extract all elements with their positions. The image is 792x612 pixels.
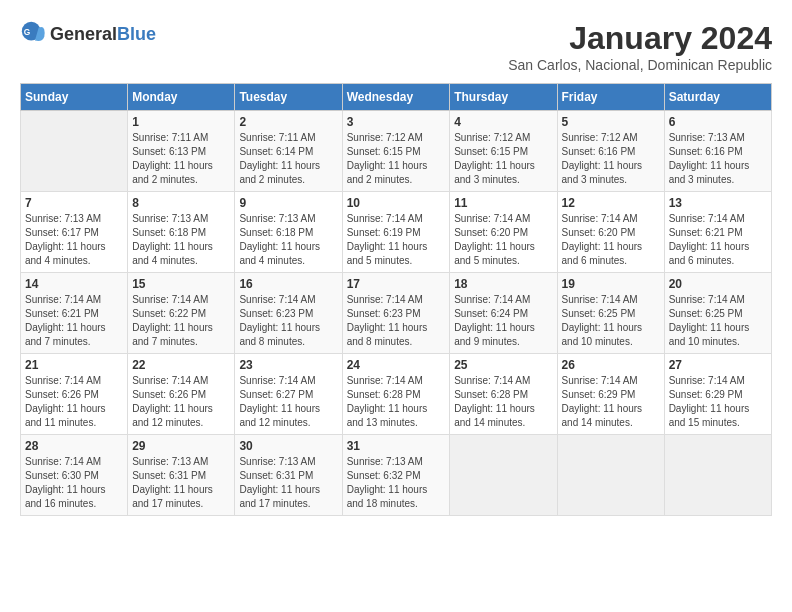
day-info: Sunrise: 7:14 AMSunset: 6:28 PMDaylight:… <box>347 374 446 430</box>
day-number: 28 <box>25 439 123 453</box>
day-number: 14 <box>25 277 123 291</box>
calendar-cell <box>557 435 664 516</box>
calendar-week-1: 1 Sunrise: 7:11 AMSunset: 6:13 PMDayligh… <box>21 111 772 192</box>
page-header: G GeneralBlue January 2024 San Carlos, N… <box>20 20 772 73</box>
calendar-cell: 11 Sunrise: 7:14 AMSunset: 6:20 PMDaylig… <box>450 192 557 273</box>
calendar-cell: 23 Sunrise: 7:14 AMSunset: 6:27 PMDaylig… <box>235 354 342 435</box>
day-number: 6 <box>669 115 767 129</box>
calendar-cell: 4 Sunrise: 7:12 AMSunset: 6:15 PMDayligh… <box>450 111 557 192</box>
day-number: 10 <box>347 196 446 210</box>
day-number: 3 <box>347 115 446 129</box>
col-tuesday: Tuesday <box>235 84 342 111</box>
day-info: Sunrise: 7:14 AMSunset: 6:22 PMDaylight:… <box>132 293 230 349</box>
day-info: Sunrise: 7:14 AMSunset: 6:26 PMDaylight:… <box>25 374 123 430</box>
calendar-cell: 2 Sunrise: 7:11 AMSunset: 6:14 PMDayligh… <box>235 111 342 192</box>
calendar-cell: 14 Sunrise: 7:14 AMSunset: 6:21 PMDaylig… <box>21 273 128 354</box>
calendar-table: Sunday Monday Tuesday Wednesday Thursday… <box>20 83 772 516</box>
day-info: Sunrise: 7:13 AMSunset: 6:17 PMDaylight:… <box>25 212 123 268</box>
day-number: 4 <box>454 115 552 129</box>
calendar-week-2: 7 Sunrise: 7:13 AMSunset: 6:17 PMDayligh… <box>21 192 772 273</box>
calendar-cell: 17 Sunrise: 7:14 AMSunset: 6:23 PMDaylig… <box>342 273 450 354</box>
col-sunday: Sunday <box>21 84 128 111</box>
calendar-cell: 27 Sunrise: 7:14 AMSunset: 6:29 PMDaylig… <box>664 354 771 435</box>
day-number: 23 <box>239 358 337 372</box>
calendar-cell: 31 Sunrise: 7:13 AMSunset: 6:32 PMDaylig… <box>342 435 450 516</box>
logo-blue: Blue <box>117 24 156 45</box>
day-number: 26 <box>562 358 660 372</box>
day-info: Sunrise: 7:13 AMSunset: 6:31 PMDaylight:… <box>132 455 230 511</box>
calendar-cell: 10 Sunrise: 7:14 AMSunset: 6:19 PMDaylig… <box>342 192 450 273</box>
day-info: Sunrise: 7:13 AMSunset: 6:31 PMDaylight:… <box>239 455 337 511</box>
calendar-cell: 7 Sunrise: 7:13 AMSunset: 6:17 PMDayligh… <box>21 192 128 273</box>
day-number: 5 <box>562 115 660 129</box>
calendar-cell <box>664 435 771 516</box>
calendar-cell: 5 Sunrise: 7:12 AMSunset: 6:16 PMDayligh… <box>557 111 664 192</box>
calendar-cell: 15 Sunrise: 7:14 AMSunset: 6:22 PMDaylig… <box>128 273 235 354</box>
day-info: Sunrise: 7:14 AMSunset: 6:25 PMDaylight:… <box>669 293 767 349</box>
day-info: Sunrise: 7:14 AMSunset: 6:19 PMDaylight:… <box>347 212 446 268</box>
logo-general: General <box>50 24 117 45</box>
col-friday: Friday <box>557 84 664 111</box>
calendar-week-5: 28 Sunrise: 7:14 AMSunset: 6:30 PMDaylig… <box>21 435 772 516</box>
calendar-cell: 19 Sunrise: 7:14 AMSunset: 6:25 PMDaylig… <box>557 273 664 354</box>
location: San Carlos, Nacional, Dominican Republic <box>508 57 772 73</box>
header-row: Sunday Monday Tuesday Wednesday Thursday… <box>21 84 772 111</box>
col-thursday: Thursday <box>450 84 557 111</box>
calendar-cell: 1 Sunrise: 7:11 AMSunset: 6:13 PMDayligh… <box>128 111 235 192</box>
calendar-cell: 30 Sunrise: 7:13 AMSunset: 6:31 PMDaylig… <box>235 435 342 516</box>
logo: G GeneralBlue <box>20 20 156 48</box>
calendar-cell <box>21 111 128 192</box>
day-info: Sunrise: 7:14 AMSunset: 6:25 PMDaylight:… <box>562 293 660 349</box>
day-number: 20 <box>669 277 767 291</box>
day-info: Sunrise: 7:14 AMSunset: 6:23 PMDaylight:… <box>347 293 446 349</box>
col-wednesday: Wednesday <box>342 84 450 111</box>
day-info: Sunrise: 7:14 AMSunset: 6:20 PMDaylight:… <box>454 212 552 268</box>
day-number: 2 <box>239 115 337 129</box>
month-title: January 2024 <box>508 20 772 57</box>
day-number: 12 <box>562 196 660 210</box>
day-number: 21 <box>25 358 123 372</box>
day-number: 17 <box>347 277 446 291</box>
day-number: 19 <box>562 277 660 291</box>
day-number: 15 <box>132 277 230 291</box>
calendar-cell: 8 Sunrise: 7:13 AMSunset: 6:18 PMDayligh… <box>128 192 235 273</box>
day-info: Sunrise: 7:14 AMSunset: 6:29 PMDaylight:… <box>562 374 660 430</box>
day-info: Sunrise: 7:14 AMSunset: 6:27 PMDaylight:… <box>239 374 337 430</box>
calendar-week-3: 14 Sunrise: 7:14 AMSunset: 6:21 PMDaylig… <box>21 273 772 354</box>
day-number: 7 <box>25 196 123 210</box>
day-info: Sunrise: 7:14 AMSunset: 6:23 PMDaylight:… <box>239 293 337 349</box>
calendar-cell: 24 Sunrise: 7:14 AMSunset: 6:28 PMDaylig… <box>342 354 450 435</box>
calendar-cell: 29 Sunrise: 7:13 AMSunset: 6:31 PMDaylig… <box>128 435 235 516</box>
calendar-header: Sunday Monday Tuesday Wednesday Thursday… <box>21 84 772 111</box>
day-number: 29 <box>132 439 230 453</box>
day-info: Sunrise: 7:11 AMSunset: 6:14 PMDaylight:… <box>239 131 337 187</box>
day-info: Sunrise: 7:13 AMSunset: 6:18 PMDaylight:… <box>239 212 337 268</box>
day-number: 30 <box>239 439 337 453</box>
day-number: 31 <box>347 439 446 453</box>
day-number: 24 <box>347 358 446 372</box>
calendar-cell: 13 Sunrise: 7:14 AMSunset: 6:21 PMDaylig… <box>664 192 771 273</box>
day-info: Sunrise: 7:14 AMSunset: 6:21 PMDaylight:… <box>25 293 123 349</box>
col-saturday: Saturday <box>664 84 771 111</box>
day-number: 18 <box>454 277 552 291</box>
day-info: Sunrise: 7:12 AMSunset: 6:16 PMDaylight:… <box>562 131 660 187</box>
day-number: 9 <box>239 196 337 210</box>
calendar-body: 1 Sunrise: 7:11 AMSunset: 6:13 PMDayligh… <box>21 111 772 516</box>
logo-icon: G <box>20 20 48 48</box>
day-info: Sunrise: 7:12 AMSunset: 6:15 PMDaylight:… <box>454 131 552 187</box>
day-number: 1 <box>132 115 230 129</box>
day-number: 27 <box>669 358 767 372</box>
day-number: 13 <box>669 196 767 210</box>
calendar-cell: 9 Sunrise: 7:13 AMSunset: 6:18 PMDayligh… <box>235 192 342 273</box>
calendar-cell <box>450 435 557 516</box>
col-monday: Monday <box>128 84 235 111</box>
day-number: 25 <box>454 358 552 372</box>
day-number: 16 <box>239 277 337 291</box>
calendar-week-4: 21 Sunrise: 7:14 AMSunset: 6:26 PMDaylig… <box>21 354 772 435</box>
calendar-cell: 28 Sunrise: 7:14 AMSunset: 6:30 PMDaylig… <box>21 435 128 516</box>
calendar-cell: 20 Sunrise: 7:14 AMSunset: 6:25 PMDaylig… <box>664 273 771 354</box>
calendar-cell: 22 Sunrise: 7:14 AMSunset: 6:26 PMDaylig… <box>128 354 235 435</box>
day-info: Sunrise: 7:13 AMSunset: 6:32 PMDaylight:… <box>347 455 446 511</box>
calendar-cell: 16 Sunrise: 7:14 AMSunset: 6:23 PMDaylig… <box>235 273 342 354</box>
title-block: January 2024 San Carlos, Nacional, Domin… <box>508 20 772 73</box>
